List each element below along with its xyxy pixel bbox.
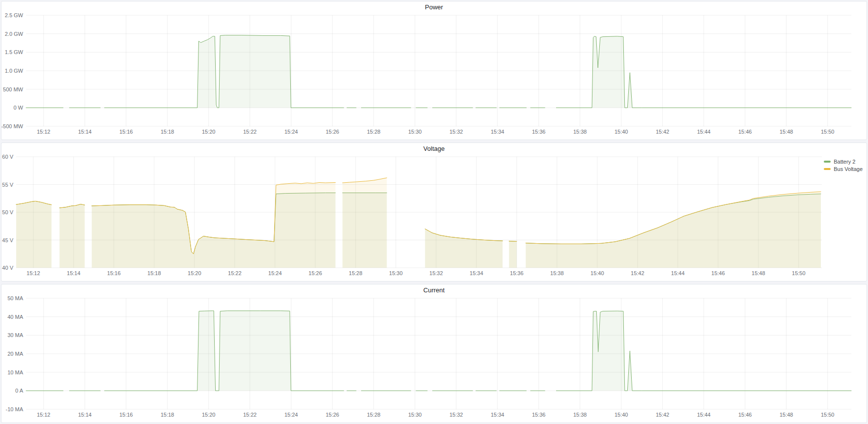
svg-text:15:42: 15:42: [656, 412, 670, 418]
power-chart[interactable]: 2.5 GW2.0 GW1.5 GW1.0 GW500 MW0 W-500 MW…: [1, 12, 867, 140]
panel-power: Power 2.5 GW2.0 GW1.5 GW1.0 GW500 MW0 W-…: [1, 1, 867, 140]
current-chart[interactable]: 50 MA40 MA30 MA20 MA10 MA0 A-10 MA15:121…: [1, 295, 867, 423]
svg-text:15:24: 15:24: [284, 412, 298, 418]
svg-text:15:14: 15:14: [67, 270, 81, 276]
panel-voltage: Voltage Battery 2 Bus Voltage 60 V55 V50…: [1, 142, 867, 282]
svg-text:15:22: 15:22: [243, 412, 257, 418]
svg-text:15:46: 15:46: [738, 412, 752, 418]
svg-text:15:16: 15:16: [119, 129, 133, 135]
svg-text:-500 MW: -500 MW: [1, 123, 24, 129]
svg-text:15:20: 15:20: [188, 270, 201, 276]
svg-text:15:20: 15:20: [202, 412, 216, 418]
svg-text:15:48: 15:48: [752, 270, 765, 276]
svg-text:15:22: 15:22: [228, 270, 242, 276]
svg-text:15:42: 15:42: [656, 129, 670, 135]
legend-label-battery-2: Battery 2: [834, 159, 855, 165]
svg-text:15:48: 15:48: [780, 412, 793, 418]
svg-text:15:16: 15:16: [107, 270, 121, 276]
svg-text:500 MW: 500 MW: [3, 86, 24, 92]
svg-text:15:32: 15:32: [429, 270, 443, 276]
svg-text:1.5 GW: 1.5 GW: [5, 49, 24, 55]
svg-text:15:44: 15:44: [671, 270, 685, 276]
svg-text:15:34: 15:34: [470, 270, 483, 276]
panel-current: Current 50 MA40 MA30 MA20 MA10 MA0 A-10 …: [1, 284, 867, 423]
svg-text:15:40: 15:40: [615, 412, 628, 418]
svg-text:15:28: 15:28: [349, 270, 363, 276]
bus-voltage-series-swatch-icon: [824, 168, 831, 170]
voltage-legend: Battery 2 Bus Voltage: [824, 158, 863, 172]
svg-text:15:42: 15:42: [631, 270, 644, 276]
panel-current-title[interactable]: Current: [1, 284, 867, 295]
svg-text:-10 MA: -10 MA: [6, 406, 24, 412]
svg-text:55 V: 55 V: [2, 182, 13, 188]
panel-power-title[interactable]: Power: [1, 1, 867, 12]
svg-text:15:36: 15:36: [510, 270, 524, 276]
svg-text:15:50: 15:50: [821, 129, 835, 135]
svg-text:15:30: 15:30: [389, 270, 403, 276]
svg-text:15:36: 15:36: [532, 129, 546, 135]
svg-text:40 MA: 40 MA: [7, 314, 23, 320]
svg-text:15:12: 15:12: [37, 412, 51, 418]
chart-canvas: 2.5 GW2.0 GW1.5 GW1.0 GW500 MW0 W-500 MW…: [1, 12, 867, 140]
svg-text:15:12: 15:12: [37, 129, 51, 135]
svg-text:15:40: 15:40: [615, 129, 628, 135]
svg-text:15:28: 15:28: [367, 412, 381, 418]
svg-text:15:38: 15:38: [573, 129, 587, 135]
svg-text:15:40: 15:40: [590, 270, 604, 276]
chart-canvas: 60 V55 V50 V45 V40 V15:1215:1415:1615:18…: [1, 154, 867, 281]
legend-item-bus-voltage[interactable]: Bus Voltage: [824, 165, 863, 172]
svg-text:10 MA: 10 MA: [7, 369, 23, 375]
svg-text:15:46: 15:46: [738, 129, 752, 135]
svg-text:15:26: 15:26: [326, 412, 339, 418]
svg-text:15:22: 15:22: [243, 129, 257, 135]
svg-text:15:12: 15:12: [27, 270, 40, 276]
svg-text:15:14: 15:14: [78, 129, 92, 135]
svg-text:0 W: 0 W: [13, 105, 23, 111]
svg-text:50 MA: 50 MA: [7, 295, 23, 301]
svg-text:1.0 GW: 1.0 GW: [5, 68, 24, 74]
svg-text:15:34: 15:34: [491, 129, 504, 135]
svg-text:15:36: 15:36: [532, 412, 546, 418]
svg-text:45 V: 45 V: [2, 237, 13, 243]
legend-label-bus-voltage: Bus Voltage: [834, 166, 863, 172]
svg-text:15:46: 15:46: [711, 270, 725, 276]
svg-text:15:38: 15:38: [573, 412, 587, 418]
svg-text:50 V: 50 V: [2, 209, 13, 215]
svg-text:15:18: 15:18: [161, 129, 174, 135]
svg-text:2.5 GW: 2.5 GW: [5, 12, 24, 18]
svg-text:15:38: 15:38: [550, 270, 564, 276]
legend-item-battery-2[interactable]: Battery 2: [824, 158, 863, 165]
svg-text:15:44: 15:44: [697, 129, 711, 135]
svg-text:15:18: 15:18: [147, 270, 161, 276]
panel-voltage-title[interactable]: Voltage: [1, 143, 867, 154]
svg-text:15:26: 15:26: [326, 129, 339, 135]
svg-text:2.0 GW: 2.0 GW: [5, 31, 24, 37]
svg-text:60 V: 60 V: [2, 154, 13, 160]
svg-text:15:14: 15:14: [78, 412, 92, 418]
svg-text:15:16: 15:16: [119, 412, 133, 418]
svg-text:15:20: 15:20: [202, 129, 216, 135]
svg-text:15:34: 15:34: [491, 412, 504, 418]
svg-text:15:48: 15:48: [780, 129, 793, 135]
svg-text:15:44: 15:44: [697, 412, 711, 418]
svg-text:15:28: 15:28: [367, 129, 381, 135]
svg-text:15:30: 15:30: [408, 412, 422, 418]
svg-text:0 A: 0 A: [15, 388, 24, 394]
svg-text:15:32: 15:32: [449, 412, 463, 418]
svg-text:15:18: 15:18: [161, 412, 174, 418]
svg-text:15:50: 15:50: [821, 412, 835, 418]
svg-text:15:24: 15:24: [268, 270, 282, 276]
svg-text:15:50: 15:50: [792, 270, 806, 276]
svg-text:15:26: 15:26: [308, 270, 322, 276]
svg-text:15:32: 15:32: [449, 129, 463, 135]
svg-text:40 V: 40 V: [2, 265, 13, 271]
dashboard: Power 2.5 GW2.0 GW1.5 GW1.0 GW500 MW0 W-…: [0, 0, 868, 424]
chart-canvas: 50 MA40 MA30 MA20 MA10 MA0 A-10 MA15:121…: [1, 295, 867, 423]
battery-2-series-swatch-icon: [824, 161, 831, 163]
voltage-chart[interactable]: 60 V55 V50 V45 V40 V15:1215:1415:1615:18…: [1, 154, 867, 281]
svg-text:20 MA: 20 MA: [7, 351, 23, 357]
svg-text:30 MA: 30 MA: [7, 332, 23, 338]
svg-text:15:30: 15:30: [408, 129, 422, 135]
svg-text:15:24: 15:24: [284, 129, 298, 135]
